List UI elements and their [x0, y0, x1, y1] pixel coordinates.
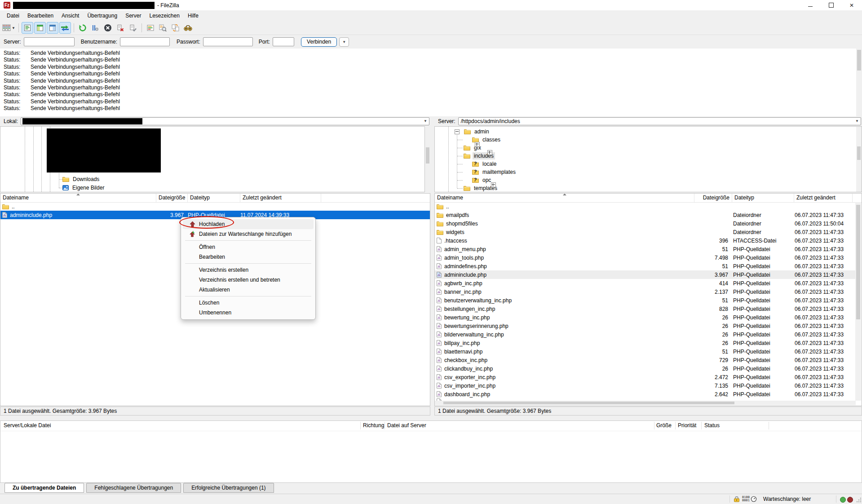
file-row-dashboard-inc-php[interactable]: dashboard_inc.php 2.642 PHP-Quelldatei 0…	[435, 390, 856, 398]
file-row-partial[interactable]: ..	[0, 202, 430, 211]
file-row-htaccess[interactable]: .htaccess 396 HTACCESS-Datei 06.07.2023 …	[435, 236, 856, 245]
local-tree-item-downloads[interactable]: Downloads	[62, 175, 101, 183]
context-menu-item-bearbeiten[interactable]: Bearbeiten	[183, 252, 314, 262]
remote-tree-item-admin[interactable]: admin	[455, 128, 491, 136]
remote-list-hscrollbar-thumb[interactable]	[443, 402, 734, 404]
file-row-blaetternavi-php[interactable]: blaetternavi.php 51 PHP-Quelldatei 06.07…	[435, 347, 856, 356]
queue-column-remote-file[interactable]: Datei auf Server	[387, 421, 426, 430]
chevron-down-icon[interactable]: ▼	[424, 119, 427, 123]
remote-list-scrollbar[interactable]	[855, 202, 861, 401]
column-header-dateiname[interactable]: Dateiname	[0, 194, 156, 202]
filter-button[interactable]	[145, 22, 156, 34]
file-row-bilderverwaltung-inc-php[interactable]: bilderverwaltung_inc.php 26 PHP-Quelldat…	[435, 330, 856, 339]
file-row-csv-exporter-inc-php[interactable]: csv_exporter_inc.php 2.472 PHP-Quelldate…	[435, 373, 856, 381]
tab-zu-übertragende-dateien[interactable]: Zu übertragende Dateien	[4, 483, 84, 493]
tree-expander-plus-icon[interactable]	[487, 150, 492, 155]
menu-lesezeichen[interactable]: Lesezeichen	[145, 11, 183, 20]
log-scrollbar-thumb[interactable]	[857, 50, 861, 71]
server-input[interactable]	[24, 37, 75, 46]
menu-hilfe[interactable]: Hilfe	[184, 11, 203, 20]
menu-bearbeiten[interactable]: Bearbeiten	[23, 11, 57, 20]
menu-datei[interactable]: Datei	[3, 11, 23, 20]
context-menu-item-umbenennen[interactable]: Umbenennen	[183, 308, 314, 318]
remote-tree-item-templates[interactable]: templates	[464, 184, 499, 192]
file-row-clickandbuy-inc-php[interactable]: clickandbuy_inc.php 26 PHP-Quelldatei 06…	[435, 364, 856, 373]
remote-tree-item-opc[interactable]: ?opc	[464, 176, 492, 184]
file-row-admindefines-php[interactable]: admindefines.php 51 PHP-Quelldatei 06.07…	[435, 262, 856, 270]
file-row-partial[interactable]: ..	[435, 202, 856, 211]
file-row-bestellungen-inc-php[interactable]: bestellungen_inc.php 828 PHP-Quelldatei …	[435, 305, 856, 313]
site-manager-button[interactable]: ▼	[2, 22, 16, 34]
queue-column-direction[interactable]: Richtung	[363, 421, 384, 430]
maximize-button[interactable]	[821, 0, 841, 10]
queue-column-server-local-file[interactable]: Server/Lokale Datei	[4, 421, 51, 430]
reconnect-button[interactable]	[127, 22, 139, 34]
username-input[interactable]	[120, 37, 170, 46]
context-menu-item-verzeichnis-erstellen[interactable]: Verzeichnis erstellen	[183, 265, 314, 275]
toggle-local-tree-button[interactable]	[34, 22, 46, 34]
cancel-button[interactable]	[102, 22, 114, 34]
file-row-widgets[interactable]: widgets Dateiordner 06.07.2023 11:47:33	[435, 228, 856, 236]
remote-path-combobox[interactable]: /httpdocs/admin/includes ▼	[458, 117, 861, 125]
file-row-admin-menu-php[interactable]: admin_menu.php 51 PHP-Quelldatei 06.07.2…	[435, 245, 856, 253]
local-path-combobox[interactable]: ▼	[21, 117, 429, 125]
file-row-emailpdfs[interactable]: emailpdfs Dateiordner 06.07.2023 11:47:3…	[435, 211, 856, 219]
tree-expander-plus-icon[interactable]	[491, 182, 496, 187]
file-row-billpay-inc-php[interactable]: billpay_inc.php 26 PHP-Quelldatei 06.07.…	[435, 339, 856, 347]
remote-tree-item-includes[interactable]: includes	[464, 152, 495, 160]
remote-list-scrollbar-thumb[interactable]	[856, 205, 860, 319]
file-row-admin-tools-php[interactable]: admin_tools.php 7.498 PHP-Quelldatei 06.…	[435, 253, 856, 262]
remote-list-hscrollbar[interactable]	[435, 401, 856, 405]
chevron-down-icon[interactable]: ▼	[12, 26, 15, 30]
remote-tree-scrollbar-thumb[interactable]	[857, 146, 861, 160]
tab-fehlgeschlagene-übertragungen[interactable]: Fehlgeschlagene Übertragungen	[86, 483, 181, 493]
port-input[interactable]	[273, 37, 294, 46]
column-header-dateigröße[interactable]: Dateigröße	[156, 194, 188, 202]
context-menu-item-löschen[interactable]: Löschen	[183, 298, 314, 308]
process-queue-button[interactable]	[89, 22, 101, 34]
toggle-log-button[interactable]	[22, 22, 33, 34]
resize-grip[interactable]	[856, 498, 861, 503]
column-header-dateiname[interactable]: Dateiname	[435, 194, 694, 202]
password-input[interactable]	[203, 37, 253, 46]
minimize-button[interactable]	[800, 0, 821, 10]
column-header-zuletzt-geändert[interactable]: Zuletzt geändert	[794, 194, 853, 202]
file-row-banner-inc-php[interactable]: banner_inc.php 2.137 PHP-Quelldatei 06.0…	[435, 287, 856, 296]
file-row-csv-importer-inc-php[interactable]: csv_importer_inc.php 7.135 PHP-Quelldate…	[435, 381, 856, 390]
file-row-bewertungserinnerung-php[interactable]: bewertungserinnerung.php 26 PHP-Quelldat…	[435, 322, 856, 330]
file-row-benutzerverwaltung-inc-php[interactable]: benutzerverwaltung_inc.php 51 PHP-Quelld…	[435, 296, 856, 305]
chevron-down-icon[interactable]: ▼	[855, 119, 859, 123]
find-button[interactable]	[182, 22, 194, 34]
file-row-bewertung-inc-php[interactable]: bewertung_inc.php 26 PHP-Quelldatei 06.0…	[435, 313, 856, 322]
compare-button[interactable]	[157, 22, 169, 34]
disconnect-button[interactable]	[115, 22, 126, 34]
column-header-zuletzt-geändert[interactable]: Zuletzt geändert	[240, 194, 321, 202]
context-menu-item-aktualisieren[interactable]: Aktualisieren	[183, 285, 314, 295]
local-tree-scrollbar[interactable]	[425, 126, 430, 192]
queue-column-size[interactable]: Größe	[656, 421, 672, 430]
remote-tree-item-mailtemplates[interactable]: ?mailtemplates	[464, 168, 517, 176]
column-header-dateigröße[interactable]: Dateigröße	[694, 194, 732, 202]
remote-tree-item-classes[interactable]: classes	[464, 136, 502, 144]
menu-ansicht[interactable]: Ansicht	[57, 11, 83, 20]
tab-erfolgreiche-übertragungen-1[interactable]: Erfolgreiche Übertragungen (1)	[183, 483, 274, 493]
remote-tree-item-locale[interactable]: ?locale	[464, 160, 498, 168]
context-menu-item-öffnen[interactable]: Öffnen	[183, 242, 314, 252]
file-row-admininclude-php[interactable]: admininclude.php 3.967 PHP-Quelldatei 06…	[435, 270, 856, 279]
column-header-dateityp[interactable]: Dateityp	[732, 194, 794, 202]
file-row-agbwrb-inc-php[interactable]: agbwrb_inc.php 414 PHP-Quelldatei 06.07.…	[435, 279, 856, 287]
queue-column-priority[interactable]: Priorität	[678, 421, 696, 430]
remote-tree-scrollbar[interactable]	[856, 127, 862, 192]
context-menu-item-dateien-zur-warteschlange-hinzufügen[interactable]: + Dateien zur Warteschlange hinzufügen	[183, 229, 314, 239]
sync-browse-button[interactable]	[170, 22, 181, 34]
connect-dropdown-button[interactable]: ▼	[339, 37, 349, 47]
local-tree-scrollbar-thumb[interactable]	[426, 147, 429, 164]
remote-tree-item-gfx[interactable]: gfx	[464, 144, 482, 152]
tree-expander-minus-icon[interactable]	[455, 129, 460, 134]
queue-column-status[interactable]: Status	[704, 421, 720, 430]
context-menu-item-verzeichnis-erstellen-und-betreten[interactable]: Verzeichnis erstellen und betreten	[183, 275, 314, 285]
menu-server[interactable]: Server	[121, 11, 145, 20]
connect-button[interactable]: Verbinden	[301, 37, 337, 47]
refresh-button[interactable]	[77, 22, 88, 34]
local-tree-item-eigene-bilder[interactable]: Eigene Bilder	[62, 184, 106, 192]
